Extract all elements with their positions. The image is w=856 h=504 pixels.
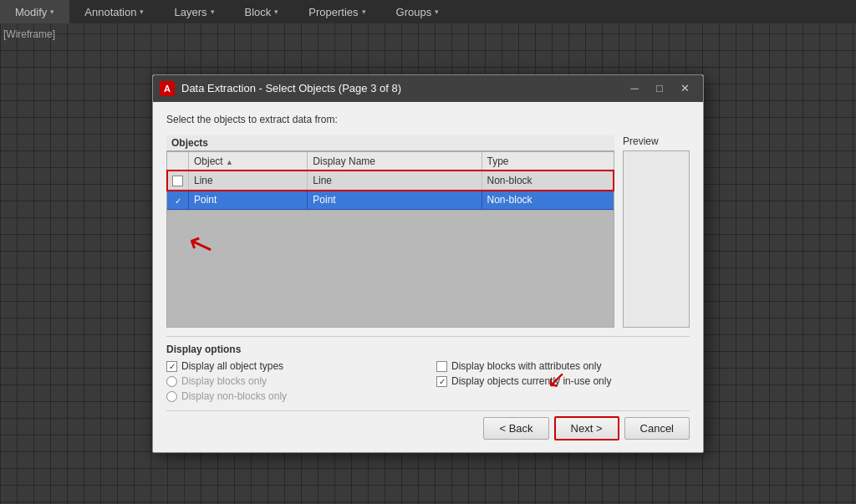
row-object-name: Line [189, 171, 308, 190]
objects-table: Object ▲ Display Name Type [167, 152, 614, 211]
col-header-check [167, 152, 189, 171]
next-button[interactable]: Next > [554, 416, 619, 440]
next-arrow-annotation: ↙ [547, 365, 566, 393]
table-row[interactable]: ✓ Point Point Non-block [167, 191, 614, 210]
row-display-name: Line [308, 171, 482, 190]
checkbox-unchecked[interactable] [172, 176, 183, 186]
row-display-name: Point [308, 191, 482, 210]
col-header-display-name[interactable]: Display Name [308, 152, 482, 171]
menubar: Modify ▾ Annotation ▾ Layers ▾ Block ▾ P… [0, 0, 856, 23]
checkbox-blocks-attributes[interactable] [436, 361, 447, 372]
option-display-all[interactable]: ✓ Display all object types [166, 360, 420, 372]
dialog-title: Data Extraction - Select Objects (Page 3… [181, 82, 616, 94]
col-header-type[interactable]: Type [482, 152, 614, 171]
chevron-down-icon: ▾ [435, 8, 439, 16]
options-left-col: ✓ Display all object types Display block… [166, 360, 420, 402]
arrow-annotation: ↖ [183, 224, 219, 266]
gray-area: ↖ [166, 211, 614, 328]
preview-label: Preview [623, 135, 690, 147]
preview-panel: Preview [623, 135, 690, 328]
buttons-row: ↙ < Back Next > Cancel [166, 410, 690, 440]
chevron-down-icon: ▾ [50, 8, 54, 16]
row-type: Non-block [482, 191, 614, 210]
display-options: Display options ✓ Display all object typ… [166, 336, 690, 402]
col-header-object[interactable]: Object ▲ [189, 152, 308, 171]
chevron-down-icon: ▾ [140, 8, 144, 16]
menubar-item-block[interactable]: Block ▾ [230, 0, 294, 23]
main-content: Objects Object ▲ [166, 135, 690, 328]
cancel-button[interactable]: Cancel [624, 417, 690, 440]
back-button[interactable]: < Back [483, 417, 548, 440]
maximize-button[interactable]: □ [648, 79, 671, 98]
menubar-item-properties[interactable]: Properties ▾ [293, 0, 380, 23]
radio-non-blocks-only[interactable] [166, 391, 177, 402]
instruction-text: Select the objects to extract data from: [166, 114, 690, 125]
dialog-titlebar: A Data Extraction - Select Objects (Page… [153, 75, 703, 102]
display-options-title: Display options [166, 344, 690, 355]
chevron-down-icon: ▾ [211, 8, 215, 16]
objects-section-header: Objects [166, 135, 614, 151]
checkbox-in-use-only[interactable]: ✓ [436, 376, 447, 387]
autocad-icon: A [160, 81, 175, 96]
row-checkbox-cell[interactable]: ✓ [167, 191, 189, 210]
options-grid: ✓ Display all object types Display block… [166, 360, 690, 402]
row-checkbox-cell[interactable] [167, 171, 189, 190]
menubar-item-modify[interactable]: Modify ▾ [0, 0, 69, 23]
menubar-item-annotation[interactable]: Annotation ▾ [69, 0, 159, 23]
row-object-name: Point [189, 191, 308, 210]
titlebar-controls: ─ □ ✕ [623, 79, 696, 98]
checkbox-checked[interactable]: ✓ [172, 195, 183, 206]
menubar-item-groups[interactable]: Groups ▾ [381, 0, 455, 23]
data-extraction-dialog: A Data Extraction - Select Objects (Page… [152, 74, 704, 454]
table-row[interactable]: Line Line Non-block [167, 171, 614, 190]
preview-box [623, 150, 690, 328]
objects-table-wrapper: Object ▲ Display Name Type [166, 151, 614, 211]
dialog-overlay: A Data Extraction - Select Objects (Page… [0, 0, 856, 504]
sort-icon: ▲ [226, 158, 233, 166]
dialog-body: Select the objects to extract data from:… [153, 102, 703, 453]
radio-blocks-only[interactable] [166, 376, 177, 387]
chevron-down-icon: ▾ [362, 8, 366, 16]
objects-container: Objects Object ▲ [166, 135, 614, 328]
close-button[interactable]: ✕ [673, 79, 696, 98]
row-type: Non-block [482, 171, 614, 190]
option-non-blocks-only[interactable]: Display non-blocks only [166, 390, 420, 402]
checkbox-display-all[interactable]: ✓ [166, 361, 177, 372]
option-blocks-only[interactable]: Display blocks only [166, 375, 420, 387]
minimize-button[interactable]: ─ [623, 79, 646, 98]
chevron-down-icon: ▾ [274, 8, 278, 16]
menubar-item-layers[interactable]: Layers ▾ [159, 0, 229, 23]
